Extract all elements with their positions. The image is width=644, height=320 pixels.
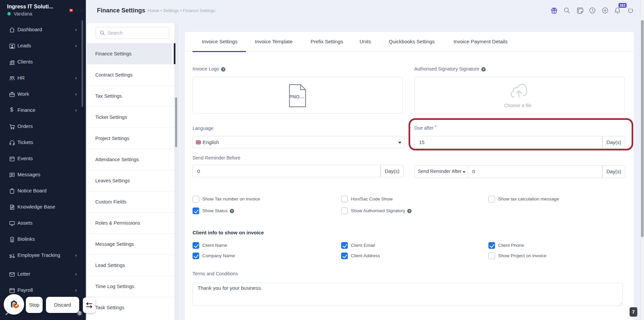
- svg-text:PNG…: PNG…: [289, 94, 305, 99]
